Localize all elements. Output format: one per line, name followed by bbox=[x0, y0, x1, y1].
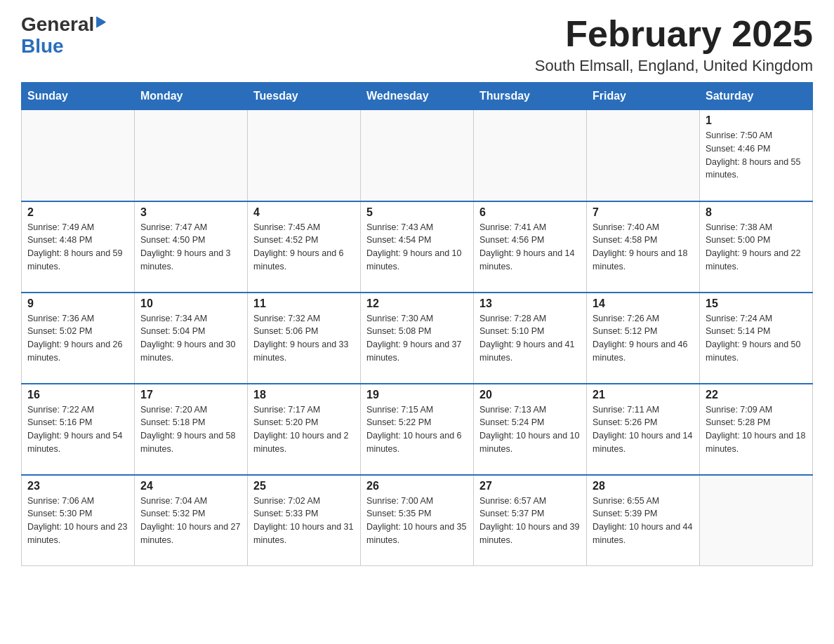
day-info: Sunrise: 7:13 AMSunset: 5:24 PMDaylight:… bbox=[479, 403, 581, 456]
calendar-cell: 8Sunrise: 7:38 AMSunset: 5:00 PMDaylight… bbox=[700, 201, 813, 293]
calendar-cell: 15Sunrise: 7:24 AMSunset: 5:14 PMDayligh… bbox=[700, 293, 813, 384]
col-friday: Friday bbox=[587, 83, 700, 110]
calendar-cell: 7Sunrise: 7:40 AMSunset: 4:58 PMDaylight… bbox=[587, 201, 700, 293]
day-info: Sunrise: 7:50 AMSunset: 4:46 PMDaylight:… bbox=[706, 129, 807, 182]
calendar-cell: 27Sunrise: 6:57 AMSunset: 5:37 PMDayligh… bbox=[474, 475, 587, 566]
day-number: 27 bbox=[479, 480, 581, 492]
day-info: Sunrise: 7:24 AMSunset: 5:14 PMDaylight:… bbox=[706, 312, 807, 365]
calendar-cell: 25Sunrise: 7:02 AMSunset: 5:33 PMDayligh… bbox=[248, 475, 361, 566]
day-number: 18 bbox=[253, 389, 355, 401]
col-wednesday: Wednesday bbox=[361, 83, 474, 110]
calendar-week-row: 1Sunrise: 7:50 AMSunset: 4:46 PMDaylight… bbox=[22, 110, 813, 201]
calendar-cell: 16Sunrise: 7:22 AMSunset: 5:16 PMDayligh… bbox=[22, 384, 135, 475]
day-info: Sunrise: 7:34 AMSunset: 5:04 PMDaylight:… bbox=[140, 312, 241, 365]
day-info: Sunrise: 7:02 AMSunset: 5:33 PMDaylight:… bbox=[253, 495, 355, 547]
calendar-week-row: 2Sunrise: 7:49 AMSunset: 4:48 PMDaylight… bbox=[22, 201, 813, 293]
day-info: Sunrise: 7:32 AMSunset: 5:06 PMDaylight:… bbox=[253, 312, 355, 365]
day-info: Sunrise: 7:30 AMSunset: 5:08 PMDaylight:… bbox=[366, 312, 468, 365]
calendar-cell: 21Sunrise: 7:11 AMSunset: 5:26 PMDayligh… bbox=[587, 384, 700, 475]
day-info: Sunrise: 7:49 AMSunset: 4:48 PMDaylight:… bbox=[27, 221, 128, 274]
day-number: 21 bbox=[593, 389, 694, 401]
logo-line1: General bbox=[21, 14, 106, 36]
day-info: Sunrise: 7:00 AMSunset: 5:35 PMDaylight:… bbox=[366, 495, 468, 547]
calendar-cell: 22Sunrise: 7:09 AMSunset: 5:28 PMDayligh… bbox=[700, 384, 813, 475]
col-tuesday: Tuesday bbox=[248, 83, 361, 110]
day-info: Sunrise: 7:20 AMSunset: 5:18 PMDaylight:… bbox=[140, 403, 241, 456]
day-number: 13 bbox=[479, 297, 581, 310]
day-number: 24 bbox=[140, 480, 241, 492]
days-of-week-row: Sunday Monday Tuesday Wednesday Thursday… bbox=[22, 83, 813, 110]
calendar-week-row: 9Sunrise: 7:36 AMSunset: 5:02 PMDaylight… bbox=[22, 293, 813, 384]
calendar-cell bbox=[248, 110, 361, 201]
day-info: Sunrise: 7:22 AMSunset: 5:16 PMDaylight:… bbox=[27, 403, 128, 456]
calendar-cell: 10Sunrise: 7:34 AMSunset: 5:04 PMDayligh… bbox=[135, 293, 248, 384]
day-number: 10 bbox=[140, 297, 241, 310]
day-number: 23 bbox=[27, 480, 128, 492]
day-number: 28 bbox=[593, 480, 694, 492]
day-info: Sunrise: 7:41 AMSunset: 4:56 PMDaylight:… bbox=[479, 221, 581, 274]
day-info: Sunrise: 7:11 AMSunset: 5:26 PMDaylight:… bbox=[593, 403, 694, 456]
day-info: Sunrise: 7:28 AMSunset: 5:10 PMDaylight:… bbox=[479, 312, 581, 365]
day-info: Sunrise: 7:06 AMSunset: 5:30 PMDaylight:… bbox=[27, 495, 128, 547]
calendar-cell bbox=[22, 110, 135, 201]
calendar-cell: 3Sunrise: 7:47 AMSunset: 4:50 PMDaylight… bbox=[135, 201, 248, 293]
calendar-cell: 26Sunrise: 7:00 AMSunset: 5:35 PMDayligh… bbox=[361, 475, 474, 566]
day-number: 3 bbox=[140, 206, 241, 219]
day-info: Sunrise: 7:17 AMSunset: 5:20 PMDaylight:… bbox=[253, 403, 355, 456]
calendar-cell: 13Sunrise: 7:28 AMSunset: 5:10 PMDayligh… bbox=[474, 293, 587, 384]
day-number: 1 bbox=[706, 114, 807, 127]
day-info: Sunrise: 7:40 AMSunset: 4:58 PMDaylight:… bbox=[593, 221, 694, 274]
day-number: 14 bbox=[593, 297, 694, 310]
day-number: 6 bbox=[479, 206, 581, 219]
calendar-cell: 12Sunrise: 7:30 AMSunset: 5:08 PMDayligh… bbox=[361, 293, 474, 384]
calendar-cell: 14Sunrise: 7:26 AMSunset: 5:12 PMDayligh… bbox=[587, 293, 700, 384]
day-number: 8 bbox=[706, 206, 807, 219]
day-number: 17 bbox=[140, 389, 241, 401]
day-number: 19 bbox=[366, 389, 468, 401]
calendar-cell: 18Sunrise: 7:17 AMSunset: 5:20 PMDayligh… bbox=[248, 384, 361, 475]
calendar-cell: 6Sunrise: 7:41 AMSunset: 4:56 PMDaylight… bbox=[474, 201, 587, 293]
day-number: 7 bbox=[593, 206, 694, 219]
day-info: Sunrise: 6:55 AMSunset: 5:39 PMDaylight:… bbox=[593, 495, 694, 547]
calendar-cell: 4Sunrise: 7:45 AMSunset: 4:52 PMDaylight… bbox=[248, 201, 361, 293]
day-number: 11 bbox=[253, 297, 355, 310]
calendar-week-row: 23Sunrise: 7:06 AMSunset: 5:30 PMDayligh… bbox=[22, 475, 813, 566]
calendar-cell bbox=[135, 110, 248, 201]
day-info: Sunrise: 7:36 AMSunset: 5:02 PMDaylight:… bbox=[27, 312, 128, 365]
calendar-header: Sunday Monday Tuesday Wednesday Thursday… bbox=[22, 83, 813, 110]
day-number: 26 bbox=[366, 480, 468, 492]
day-info: Sunrise: 7:04 AMSunset: 5:32 PMDaylight:… bbox=[140, 495, 241, 547]
title-area: February 2025 South Elmsall, England, Un… bbox=[535, 14, 813, 75]
day-number: 9 bbox=[27, 297, 128, 310]
logo-blue-text: Blue bbox=[21, 36, 106, 58]
day-number: 16 bbox=[27, 389, 128, 401]
day-number: 5 bbox=[366, 206, 468, 219]
day-info: Sunrise: 6:57 AMSunset: 5:37 PMDaylight:… bbox=[479, 495, 581, 547]
month-title: February 2025 bbox=[535, 14, 813, 54]
calendar-cell: 19Sunrise: 7:15 AMSunset: 5:22 PMDayligh… bbox=[361, 384, 474, 475]
logo-arrow-icon bbox=[96, 16, 106, 30]
calendar-cell: 24Sunrise: 7:04 AMSunset: 5:32 PMDayligh… bbox=[135, 475, 248, 566]
calendar-cell: 23Sunrise: 7:06 AMSunset: 5:30 PMDayligh… bbox=[22, 475, 135, 566]
calendar-table: Sunday Monday Tuesday Wednesday Thursday… bbox=[21, 82, 813, 566]
day-number: 12 bbox=[366, 297, 468, 310]
logo-general-text: General bbox=[21, 14, 94, 36]
calendar-cell bbox=[700, 475, 813, 566]
day-number: 15 bbox=[706, 297, 807, 310]
calendar-cell: 28Sunrise: 6:55 AMSunset: 5:39 PMDayligh… bbox=[587, 475, 700, 566]
day-number: 25 bbox=[253, 480, 355, 492]
day-number: 2 bbox=[27, 206, 128, 219]
calendar-cell: 1Sunrise: 7:50 AMSunset: 4:46 PMDaylight… bbox=[700, 110, 813, 201]
day-info: Sunrise: 7:38 AMSunset: 5:00 PMDaylight:… bbox=[706, 221, 807, 274]
calendar-cell: 20Sunrise: 7:13 AMSunset: 5:24 PMDayligh… bbox=[474, 384, 587, 475]
col-saturday: Saturday bbox=[700, 83, 813, 110]
day-info: Sunrise: 7:47 AMSunset: 4:50 PMDaylight:… bbox=[140, 221, 241, 274]
calendar-week-row: 16Sunrise: 7:22 AMSunset: 5:16 PMDayligh… bbox=[22, 384, 813, 475]
logo: General Blue bbox=[21, 14, 106, 58]
calendar-cell: 17Sunrise: 7:20 AMSunset: 5:18 PMDayligh… bbox=[135, 384, 248, 475]
col-thursday: Thursday bbox=[474, 83, 587, 110]
day-info: Sunrise: 7:43 AMSunset: 4:54 PMDaylight:… bbox=[366, 221, 468, 274]
col-sunday: Sunday bbox=[22, 83, 135, 110]
calendar-cell: 9Sunrise: 7:36 AMSunset: 5:02 PMDaylight… bbox=[22, 293, 135, 384]
calendar-cell: 2Sunrise: 7:49 AMSunset: 4:48 PMDaylight… bbox=[22, 201, 135, 293]
